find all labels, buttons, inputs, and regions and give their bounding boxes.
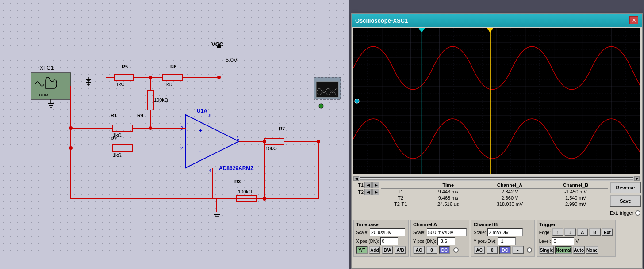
timebase-xpos-row: X pos.(Div): — [356, 237, 406, 245]
oscilloscope-window: Oscilloscope-XSC1 ✕ — [351, 13, 643, 269]
channel-a-scale-row: Scale: — [413, 228, 467, 236]
svg-marker-47 — [186, 115, 239, 168]
save-button[interactable]: Save — [610, 195, 641, 207]
ext-trigger-row: Ext. trigger — [610, 210, 641, 216]
svg-marker-132 — [487, 28, 493, 33]
channel-b-title: Channel B — [474, 222, 532, 227]
oscilloscope-titlebar: Oscilloscope-XSC1 ✕ — [352, 14, 642, 27]
channel-b-ac-button[interactable]: AC — [474, 246, 485, 254]
svg-point-133 — [355, 99, 359, 103]
channel-a-group: Channel A Scale: Y pos.(Div): AC 0 DC — [410, 220, 469, 257]
edge-rise-button[interactable]: ↑ — [552, 228, 564, 236]
channel-b-radio[interactable] — [527, 247, 532, 253]
reverse-button[interactable]: Reverse — [610, 182, 641, 193]
channel-a-ypos-row: Y pos.(Div): — [413, 237, 467, 245]
t1-right-button[interactable]: ▶ — [372, 182, 380, 188]
svg-marker-130 — [419, 28, 425, 33]
scroll-track[interactable] — [360, 177, 633, 180]
channel-b-minus-button[interactable]: - — [512, 246, 524, 254]
trigger-auto-button[interactable]: Auto — [573, 246, 585, 254]
timebase-xpos-label: X pos.(Div): — [356, 239, 379, 244]
ab-button[interactable]: A/B — [395, 246, 406, 254]
oscilloscope-close-button[interactable]: ✕ — [629, 16, 638, 24]
channel-a-ypos-input[interactable] — [437, 237, 455, 245]
channel-b-dc-button[interactable]: DC — [499, 246, 511, 254]
svg-text:R3: R3 — [234, 179, 241, 184]
edge-fall-button[interactable]: ↓ — [564, 228, 576, 236]
t2-measurement-row: T2 9.468 ms 2.660 V 1.540 mV — [381, 195, 608, 201]
trigger-edge-row: Edge: ↑ ↓ A B Ext — [539, 228, 613, 236]
scroll-left-arrow[interactable]: ◀ — [354, 176, 359, 181]
header-channel-a: Channel_A — [476, 182, 543, 189]
edge-ext-button[interactable]: Ext — [602, 228, 613, 236]
svg-text:1kΩ: 1kΩ — [164, 82, 172, 87]
ba-button[interactable]: B/A — [382, 246, 393, 254]
channel-b-scale-label: Scale: — [474, 230, 486, 235]
trigger-mode-buttons: Single Normal Auto None — [539, 246, 598, 254]
svg-text:R2: R2 — [111, 136, 117, 141]
channel-b-zero-button[interactable]: 0 — [487, 246, 498, 254]
t1-time: 9.443 ms — [420, 189, 476, 195]
svg-text:XFG1: XFG1 — [40, 65, 54, 71]
channel-a-dc-button[interactable]: DC — [439, 246, 450, 254]
edge-b-button[interactable]: B — [589, 228, 601, 236]
oscilloscope-scrollbar[interactable]: ◀ ▶ — [353, 176, 640, 181]
t2-t1-time: 24.516 us — [420, 201, 476, 207]
yt-button[interactable]: Y/T — [356, 246, 368, 254]
bottom-controls: Timebase Scale: X pos.(Div): Y/T Add B/A… — [352, 219, 642, 258]
svg-text:-: - — [199, 147, 201, 154]
svg-rect-28 — [147, 91, 153, 110]
add-button[interactable]: Add — [369, 246, 380, 254]
svg-text:10kΩ: 10kΩ — [265, 146, 277, 151]
svg-text:R1: R1 — [111, 113, 117, 118]
timebase-xpos-input[interactable] — [380, 237, 398, 245]
channel-b-ypos-input[interactable] — [498, 237, 516, 245]
t2-row-label: T2 — [381, 195, 420, 201]
channel-a-ac-button[interactable]: AC — [413, 246, 425, 254]
trigger-single-button[interactable]: Single — [539, 246, 554, 254]
timebase-mode-row: Y/T Add B/A A/B — [356, 246, 406, 254]
trigger-mode-row: Single Normal Auto None — [539, 246, 613, 254]
t1-row-label: T1 — [381, 189, 420, 195]
timebase-scale-input[interactable] — [370, 228, 405, 236]
edge-buttons: ↑ ↓ A B Ext — [552, 228, 613, 236]
svg-text:4: 4 — [209, 168, 211, 173]
header-time: Time — [420, 182, 476, 189]
edge-a-button[interactable]: A — [577, 228, 588, 236]
t2-t1-row-label: T2-T1 — [381, 201, 420, 207]
svg-text:100kΩ: 100kΩ — [238, 189, 252, 194]
svg-text:R4: R4 — [137, 113, 144, 118]
svg-text:+: + — [33, 93, 35, 97]
side-buttons: Reverse Save Ext. trigger — [610, 182, 641, 216]
oscilloscope-display — [353, 28, 640, 174]
t1-row: T1 ◀ ▶ — [353, 182, 380, 188]
trigger-normal-button[interactable]: Normal — [555, 246, 572, 254]
t1-channel-b: -1.450 mV — [543, 189, 608, 195]
svg-rect-0 — [31, 73, 71, 99]
channel-a-scale-input[interactable] — [427, 228, 467, 236]
scroll-right-arrow[interactable]: ▶ — [634, 176, 640, 181]
t2-t1-channel-b: 2.990 mV — [543, 201, 608, 207]
svg-text:U1A: U1A — [197, 108, 207, 114]
channel-b-scale-input[interactable] — [487, 228, 523, 236]
channel-a-radio[interactable] — [453, 247, 459, 253]
t2-label: T2 — [353, 189, 364, 195]
svg-point-86 — [317, 140, 320, 143]
t2-right-button[interactable]: ▶ — [372, 189, 380, 195]
t1-left-button[interactable]: ◀ — [364, 182, 372, 188]
trigger-level-unit: V — [575, 239, 579, 244]
svg-point-83 — [217, 76, 221, 79]
trigger-title: Trigger — [539, 222, 613, 227]
t2-left-button[interactable]: ◀ — [364, 189, 372, 195]
oscilloscope-title: Oscilloscope-XSC1 — [355, 17, 408, 24]
svg-text:COM: COM — [39, 93, 48, 97]
trigger-group: Trigger Edge: ↑ ↓ A B Ext Level: V Singl… — [537, 220, 616, 257]
trigger-none-button[interactable]: None — [586, 246, 598, 254]
trigger-level-input[interactable] — [552, 237, 574, 245]
t2-t1-measurement-row: T2-T1 24.516 us 318.030 mV 2.990 mV — [381, 201, 608, 207]
channel-a-zero-button[interactable]: 0 — [426, 246, 437, 254]
circuit-area: XFG1 + COM VCC 5.0V R5 1kΩ R6 — [0, 0, 349, 269]
svg-rect-33 — [113, 125, 132, 131]
t2-channel-b: 1.540 mV — [543, 195, 608, 201]
ext-trigger-radio[interactable] — [635, 210, 640, 216]
